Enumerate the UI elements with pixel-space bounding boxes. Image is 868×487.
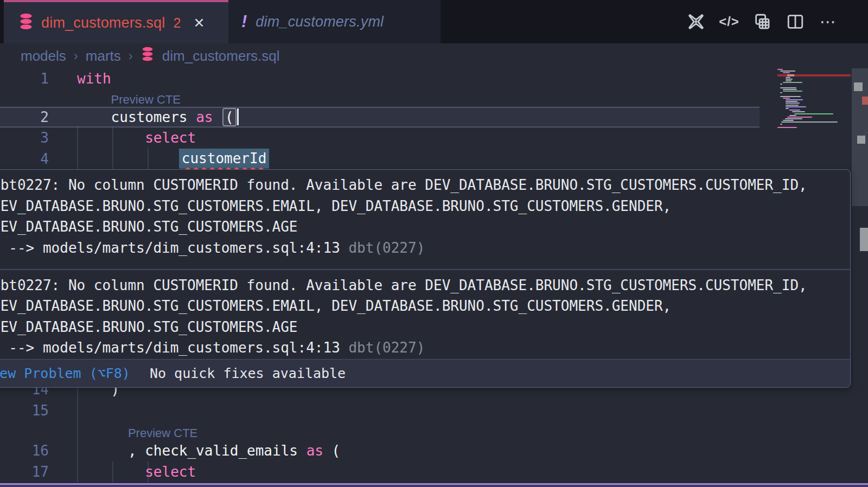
breadcrumb-marts[interactable]: marts <box>86 48 121 65</box>
error-text: dbt0227: No column CUSTOMERID found. Ava… <box>0 275 845 296</box>
token: , check_valid_emails <box>128 443 307 459</box>
code-text: select <box>77 130 196 146</box>
vscode-window: dim_customers.sql 2 ✕ ! dim_customers.ym… <box>0 0 868 487</box>
compiled-code-icon[interactable]: </> <box>720 12 738 31</box>
minimap-code-line <box>786 106 806 107</box>
code-text: customerId <box>77 149 269 169</box>
error-source-line: --> models/marts/dim_customers.sql:4:13 … <box>0 238 845 259</box>
token: select <box>145 464 196 480</box>
editor-pane[interactable]: 1withPreview CTE2customers as (3select4c… <box>0 68 868 487</box>
tab-dim-customers-sql[interactable]: dim_customers.sql 2 ✕ <box>4 0 228 43</box>
hover-status-bar: View Problem (⌥F8) No quick fixes availa… <box>0 359 850 387</box>
more-actions-icon[interactable]: ⋯ <box>819 12 838 31</box>
minimap-code-line <box>780 96 801 97</box>
close-icon[interactable]: ✕ <box>193 15 205 31</box>
line-number[interactable]: 16 <box>0 443 49 459</box>
error-code: dbt(0227) <box>340 339 425 356</box>
token: select <box>145 130 196 146</box>
minimap-code-line <box>780 92 782 93</box>
line-number[interactable]: 3 <box>0 130 49 146</box>
code-lens-row: Preview CTE <box>0 421 868 440</box>
minimap-code-line <box>781 121 838 123</box>
breadcrumb-file[interactable]: dim_customers.sql <box>162 48 280 65</box>
minimap-code-line <box>783 72 790 73</box>
problems-count-badge: 2 <box>173 15 181 31</box>
code-text: , check_valid_emails as ( <box>77 443 340 459</box>
error-text: DEV_DATABASE.BRUNO.STG_CUSTOMERS.AGE <box>0 317 845 338</box>
minimap-code-line <box>786 80 792 81</box>
tab-label: dim_customers.sql <box>41 15 165 31</box>
error-source-line: --> models/marts/dim_customers.sql:4:13 … <box>0 337 845 358</box>
chevron-right-icon: › <box>129 48 133 63</box>
code-lines-bottom[interactable]: 14)15Preview CTE16, check_valid_emails a… <box>0 379 868 482</box>
code-lens-row: Preview CTE <box>0 89 868 107</box>
error-message-block: dbt0227: No column CUSTOMERID found. Ava… <box>0 270 850 358</box>
chevron-right-icon: › <box>74 48 78 63</box>
minimap-code-line <box>777 69 783 70</box>
minimap-code-line <box>780 84 782 85</box>
error-text: dbt0227: No column CUSTOMERID found. Ava… <box>0 175 845 196</box>
view-problem-link[interactable]: View Problem (⌥F8) <box>0 366 130 381</box>
error-text: DEV_DATABASE.BRUNO.STG_CUSTOMERS.EMAIL, … <box>0 196 845 217</box>
code-text: customers as ( <box>77 108 239 126</box>
code-line-17[interactable]: 17select <box>0 462 868 483</box>
minimap-code-line <box>792 111 805 112</box>
code-line-4[interactable]: 4customerId <box>0 149 868 170</box>
panel-sash[interactable] <box>0 483 868 487</box>
code-text: select <box>77 464 196 480</box>
line-number[interactable]: 15 <box>0 402 49 419</box>
line-number[interactable]: 4 <box>0 151 49 167</box>
code-line-3[interactable]: 3select <box>0 127 868 149</box>
token: as <box>196 109 213 125</box>
minimap-code-line <box>794 113 833 114</box>
minimap-code-line <box>789 110 800 111</box>
minimap-code-line <box>787 117 812 118</box>
code-text: with <box>77 71 111 87</box>
code-line-1[interactable]: 1with <box>0 68 868 89</box>
code-line-15[interactable]: 15 <box>0 400 868 421</box>
text-cursor <box>237 108 239 125</box>
preview-cte-lens[interactable]: Preview CTE <box>111 93 181 107</box>
code-line-16[interactable]: 16, check_valid_emails as ( <box>0 440 868 462</box>
minimap-code-line <box>783 98 790 99</box>
overview-ruler-error-mark <box>862 97 868 105</box>
no-quick-fixes-label: No quick fixes available <box>150 366 346 381</box>
tab-label: dim_customers.yml <box>256 14 384 30</box>
dbt-power-user-icon[interactable] <box>687 12 705 31</box>
line-number[interactable]: 2 <box>0 109 49 125</box>
error-text: DEV_DATABASE.BRUNO.STG_CUSTOMERS.AGE <box>0 216 845 238</box>
token: customers <box>111 109 196 125</box>
minimap-code-line <box>786 101 797 102</box>
error-text: DEV_DATABASE.BRUNO.STG_CUSTOMERS.EMAIL, … <box>0 296 845 317</box>
token: with <box>77 71 111 87</box>
minimap-code-line <box>789 115 796 116</box>
split-editor-icon[interactable] <box>786 12 805 31</box>
minimap-code-line <box>786 79 793 80</box>
minimap[interactable] <box>777 69 851 129</box>
minimap-code-line <box>777 127 797 128</box>
tab-dim-customers-yml[interactable]: ! dim_customers.yml <box>228 0 441 43</box>
token: ( <box>222 108 237 126</box>
minimap-code-line <box>786 108 789 109</box>
code-line-2[interactable]: 2customers as ( <box>0 107 760 128</box>
minimap-code-line <box>783 120 794 121</box>
minimap-code-line <box>780 124 782 125</box>
minimap-code-line <box>785 118 802 119</box>
minimap-error-line <box>777 74 851 76</box>
editor-actions: </> ⋯ <box>687 0 838 43</box>
minimap-code-line <box>783 89 797 90</box>
sql-file-icon <box>18 13 34 33</box>
minimap-code-line <box>780 71 795 72</box>
preview-cte-lens[interactable]: Preview CTE <box>128 426 197 440</box>
sql-file-icon <box>141 47 155 66</box>
warning-icon: ! <box>241 12 247 31</box>
minimap-code-line <box>786 77 790 78</box>
code-lines-top[interactable]: 1withPreview CTE2customers as (3select4c… <box>0 68 868 169</box>
breadcrumb-models[interactable]: models <box>21 48 66 65</box>
query-results-icon[interactable] <box>753 12 771 31</box>
line-number[interactable]: 1 <box>0 71 49 87</box>
line-number[interactable]: 17 <box>0 464 49 480</box>
token: as <box>307 443 323 459</box>
tab-bar: dim_customers.sql 2 ✕ ! dim_customers.ym… <box>0 0 868 43</box>
minimap-code-line <box>780 87 796 88</box>
